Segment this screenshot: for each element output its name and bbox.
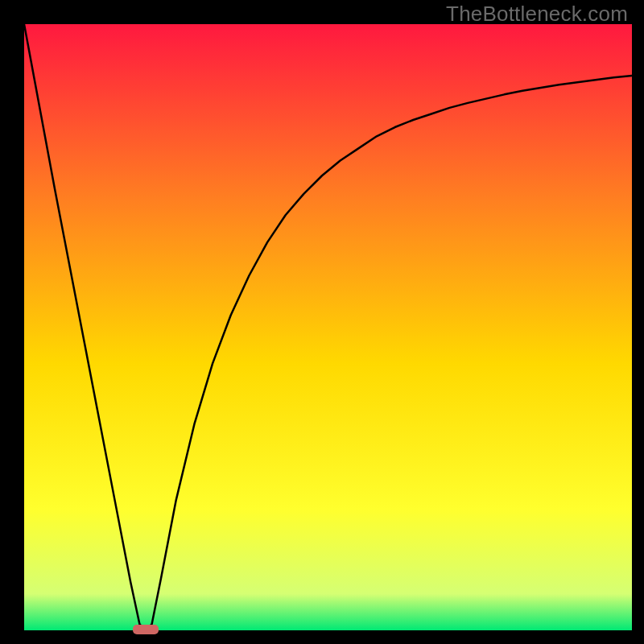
frame-bottom	[0, 630, 644, 644]
bottleneck-chart: TheBottleneck.com	[0, 0, 644, 644]
minimum-marker	[133, 625, 159, 634]
plot-background	[24, 24, 632, 630]
chart-svg	[0, 0, 644, 644]
watermark-text: TheBottleneck.com	[446, 2, 628, 27]
frame-left	[0, 0, 24, 644]
frame-right	[632, 0, 644, 644]
